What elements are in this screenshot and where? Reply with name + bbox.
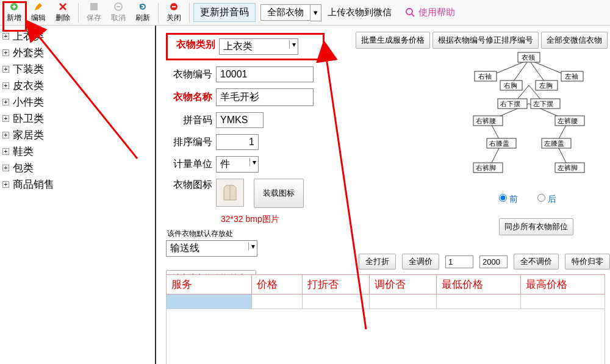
svg-rect-1: [90, 3, 98, 10]
svg-text:衣领: 衣领: [522, 54, 535, 61]
name-input[interactable]: 羊毛开衫: [216, 88, 314, 106]
update-pinyin-button[interactable]: 更新拼音码: [193, 3, 256, 22]
close-button[interactable]: 关闭: [162, 1, 185, 24]
svg-text:右裤腰: 右裤腰: [476, 117, 496, 124]
dropdown-arrow-icon[interactable]: ▾: [310, 4, 321, 21]
price-table: 服务 价格 打折否 调价否 最低价格 最高价格 衣物设置: [166, 274, 605, 364]
category-tree: +上衣类 +外套类 +下装类 +皮衣类 +小件类 +卧卫类 +家居类 +鞋类 +…: [0, 26, 156, 364]
special-zero-button[interactable]: 特价归零: [565, 254, 610, 269]
help-button[interactable]: 使用帮助: [400, 4, 460, 21]
fix-sort-button[interactable]: 根据衣物编号修正排序编号: [432, 32, 539, 49]
all-adjust-button[interactable]: 全调价: [402, 254, 439, 269]
tree-item[interactable]: +鞋类: [2, 143, 155, 160]
edit-button[interactable]: 编辑: [27, 1, 50, 24]
adjust-val2-input[interactable]: [479, 255, 508, 268]
cancel-button[interactable]: 取消: [107, 1, 130, 24]
back-radio[interactable]: [537, 194, 545, 202]
svg-point-4: [406, 9, 412, 15]
tree-item[interactable]: +商品销售: [2, 176, 155, 193]
svg-text:右裤脚: 右裤脚: [476, 164, 496, 171]
toolbar: 新增 编辑 删除 保存 取消 刷新 关闭 更新拼音码 全部衣物 ▾ 上传衣物到微…: [0, 0, 610, 26]
tree-item[interactable]: +皮衣类: [2, 77, 155, 94]
front-back-radio: 前 后: [499, 194, 573, 205]
upload-wechat-button[interactable]: 上传衣物到微信: [328, 7, 392, 18]
svg-text:左裤脚: 左裤脚: [558, 164, 578, 171]
load-icon-button[interactable]: 装载图标: [254, 179, 304, 208]
all-clothes-dropdown[interactable]: 全部衣物 ▾: [260, 4, 321, 21]
category-select[interactable]: 上衣类: [219, 38, 298, 55]
body-part-diagram: 衣领 右袖 左袖 右胸 左胸 右下摆 左下摆 右裤腰 左裤腰 右膝盖 左膝盖 右…: [453, 49, 605, 183]
code-input[interactable]: 10001: [216, 66, 314, 82]
no-adjust-button[interactable]: 全不调价: [514, 254, 559, 269]
all-discount-button[interactable]: 全打折: [359, 254, 396, 269]
front-radio[interactable]: [499, 194, 507, 202]
tree-item[interactable]: +外套类: [2, 45, 155, 61]
tree-item[interactable]: +包类: [2, 160, 155, 176]
tree-item[interactable]: +上衣类: [2, 28, 155, 45]
svg-text:左膝盖: 左膝盖: [544, 140, 564, 147]
sort-label: 排序编号: [166, 136, 212, 149]
svg-text:右胸: 右胸: [504, 82, 517, 89]
tree-item[interactable]: +家居类: [2, 127, 155, 143]
name-label: 衣物名称: [166, 91, 212, 104]
all-wechat-button[interactable]: 全部变微信衣物: [541, 32, 608, 49]
svg-text:右下摆: 右下摆: [500, 100, 520, 107]
code-label: 衣物编号: [166, 68, 212, 81]
table-row[interactable]: [167, 294, 605, 309]
unit-label: 计量单位: [166, 158, 212, 171]
tree-item[interactable]: +下装类: [2, 61, 155, 77]
unit-select[interactable]: 件: [216, 156, 259, 173]
batch-price-button[interactable]: 批量生成服务价格: [356, 32, 430, 49]
tree-item[interactable]: +小件类: [2, 94, 155, 110]
icon-label: 衣物图标: [166, 179, 212, 191]
sync-parts-button[interactable]: 同步所有衣物部位: [499, 218, 573, 235]
sort-input[interactable]: 1: [216, 134, 259, 150]
svg-text:右袖: 右袖: [478, 73, 492, 80]
adjust-val1-input[interactable]: [445, 255, 473, 268]
svg-text:左下摆: 左下摆: [533, 100, 553, 107]
refresh-button[interactable]: 刷新: [131, 1, 154, 24]
pinyin-label: 拼音码: [166, 114, 212, 127]
svg-text:左袖: 左袖: [565, 73, 578, 80]
search-icon: [405, 7, 416, 18]
category-label: 衣物类别: [169, 38, 215, 55]
svg-text:左裤腰: 左裤腰: [558, 117, 578, 124]
adjust-row: 全打折 全调价 全不调价 特价归零: [359, 254, 610, 269]
new-button[interactable]: 新增: [2, 1, 26, 24]
tree-item[interactable]: +卧卫类: [2, 110, 155, 127]
storage-select[interactable]: 输送线: [166, 240, 257, 257]
save-button[interactable]: 保存: [82, 1, 106, 24]
svg-text:左胸: 左胸: [539, 82, 553, 89]
main-panel: 批量生成服务价格 根据衣物编号修正排序编号 全部变微信衣物 衣物类别 上衣类 衣…: [157, 26, 610, 364]
delete-button[interactable]: 删除: [51, 1, 74, 24]
clothing-icon-preview: [216, 179, 244, 207]
svg-text:右膝盖: 右膝盖: [489, 140, 509, 147]
pinyin-input[interactable]: YMKS: [216, 112, 264, 128]
